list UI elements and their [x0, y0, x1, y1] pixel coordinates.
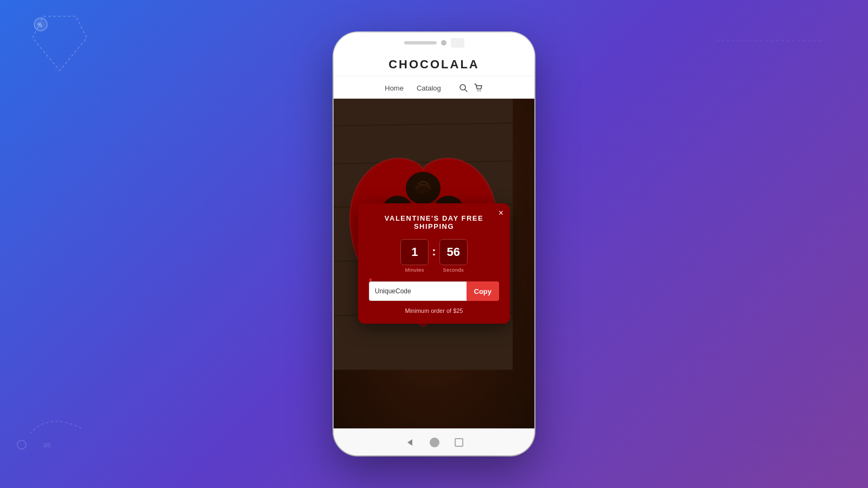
recents-button[interactable]	[455, 438, 463, 447]
phone-speaker	[404, 41, 437, 44]
phone-notch	[334, 33, 534, 49]
svg-text:%: %	[37, 22, 42, 28]
timer-seconds-value: 56	[439, 239, 468, 265]
svg-point-8	[480, 91, 481, 92]
svg-point-0	[34, 18, 47, 31]
timer-minutes-value: 1	[400, 239, 429, 265]
timer-colon: :	[432, 245, 436, 259]
site-logo[interactable]: CHOCOLALA	[334, 57, 534, 72]
phone-screen: CHOCOLALA Home Catalog	[334, 49, 534, 428]
timer-minutes-label: Minutes	[405, 267, 424, 273]
svg-point-7	[477, 91, 478, 92]
coupon-row: × Copy	[369, 281, 499, 301]
svg-line-6	[465, 89, 467, 92]
coupon-input[interactable]	[369, 281, 467, 301]
nav-home[interactable]: Home	[385, 84, 404, 92]
svg-text:0/0: 0/0	[43, 442, 51, 448]
site-header: CHOCOLALA	[334, 49, 534, 76]
phone-frame: CHOCOLALA Home Catalog	[334, 33, 534, 455]
phone-notch-right	[451, 38, 464, 48]
phone-bottom-bar	[334, 428, 534, 455]
popup-overlay: × VALENTINE'S DAY FREE SHIPPING 1 Minute…	[334, 99, 534, 428]
popup-min-order: Minimum order of $25	[369, 307, 499, 314]
timer-seconds-block: 56 Seconds	[439, 239, 468, 273]
svg-point-2	[17, 440, 26, 449]
search-icon[interactable]	[458, 83, 468, 93]
site-nav: Home Catalog	[334, 76, 534, 99]
cart-icon[interactable]	[474, 83, 483, 93]
popup-title: VALENTINE'S DAY FREE SHIPPING	[369, 214, 499, 230]
timer-area: 1 Minutes : 56 Seconds	[369, 239, 499, 273]
nav-icons	[458, 83, 483, 93]
back-button[interactable]	[405, 438, 414, 447]
timer-seconds-label: Seconds	[443, 267, 464, 273]
phone-camera	[441, 40, 446, 46]
popup-modal: × VALENTINE'S DAY FREE SHIPPING 1 Minute…	[358, 203, 510, 324]
hero-area: × VALENTINE'S DAY FREE SHIPPING 1 Minute…	[334, 99, 534, 428]
home-button[interactable]	[430, 438, 439, 447]
timer-minutes-block: 1 Minutes	[400, 239, 429, 273]
nav-catalog[interactable]: Catalog	[417, 84, 441, 92]
copy-button[interactable]: Copy	[467, 281, 500, 301]
svg-marker-24	[407, 439, 412, 446]
coupon-error-icon: ×	[369, 277, 372, 283]
popup-close-button[interactable]: ×	[499, 209, 503, 217]
